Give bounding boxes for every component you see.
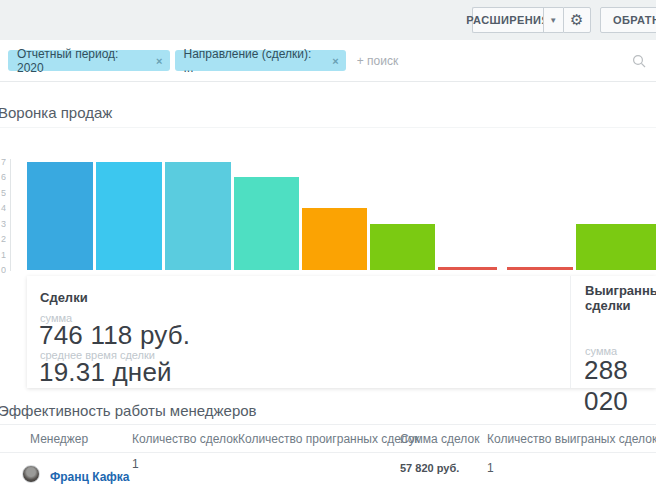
divider: [0, 127, 656, 128]
y-axis-tick: 6: [0, 172, 6, 182]
avatar[interactable]: [22, 465, 40, 483]
close-icon[interactable]: ×: [156, 55, 162, 67]
col-header-lost-count[interactable]: Количество проигранных сделок: [238, 432, 420, 446]
won-deals-card-title: Выигранные сделки: [585, 283, 656, 313]
filter-chip-direction[interactable]: Направление (сделки): ... ×: [175, 50, 346, 71]
funnel-bar[interactable]: [96, 162, 162, 270]
funnel-bar[interactable]: [576, 224, 656, 270]
search-input[interactable]: [357, 54, 656, 68]
y-axis-tick: 2: [0, 234, 6, 244]
close-icon[interactable]: ×: [332, 55, 338, 67]
deals-avg-time-value: 19.31 дней: [39, 357, 172, 388]
y-axis-tick: 4: [0, 203, 6, 213]
col-header-deals-sum[interactable]: Сумма сделок: [400, 432, 479, 446]
filter-chip-direction-label: Направление (сделки): ...: [184, 47, 325, 75]
funnel-bar[interactable]: [507, 267, 573, 270]
funnel-bar[interactable]: [302, 208, 367, 270]
funnel-stats-panel: Сделки сумма 746 118 руб. среднее время …: [27, 276, 656, 388]
y-axis-tick: 3: [0, 219, 6, 229]
managers-section-title: Эффективность работы менеджеров: [0, 402, 257, 419]
funnel-section-title: Воронка продаж: [0, 104, 112, 121]
top-toolbar: РАСШИРЕНИЯ ▼ ⚙ ОБРАТНАЯ С: [0, 0, 656, 40]
chevron-down-icon[interactable]: ▼: [543, 7, 563, 33]
funnel-bar[interactable]: [165, 162, 231, 270]
col-header-won-count[interactable]: Количество выиграных сделок: [487, 432, 656, 446]
y-axis-tick: 0: [0, 265, 6, 275]
filter-search-bar[interactable]: Отчетный период: 2020 × Направление (сде…: [0, 40, 656, 82]
extensions-button[interactable]: РАСШИРЕНИЯ: [472, 7, 543, 33]
filter-chip-period[interactable]: Отчетный период: 2020 ×: [8, 50, 170, 71]
funnel-bar[interactable]: [438, 267, 497, 270]
funnel-bar[interactable]: [370, 224, 435, 270]
deals-count-cell: 1: [132, 457, 139, 471]
divider: [0, 452, 656, 453]
y-axis-tick: 7: [0, 157, 6, 167]
divider: [570, 276, 571, 388]
deals-card-title: Сделки: [40, 290, 88, 305]
col-header-deals-count[interactable]: Количество сделок: [132, 432, 238, 446]
deals-sum-cell: 57 820 руб.: [400, 462, 459, 474]
divider: [0, 424, 656, 425]
extensions-button-group: РАСШИРЕНИЯ ▼ ⚙: [472, 7, 591, 33]
gear-icon[interactable]: ⚙: [563, 7, 591, 33]
won-count-cell: 1: [487, 461, 494, 475]
y-axis-line: [10, 159, 11, 271]
search-icon[interactable]: [632, 54, 646, 68]
won-deals-sum-value: 288 020: [584, 355, 656, 417]
crm-dashboard: РАСШИРЕНИЯ ▼ ⚙ ОБРАТНАЯ С Отчетный перио…: [0, 0, 656, 492]
manager-name-link[interactable]: Франц Кафка: [50, 470, 130, 484]
y-axis-tick: 5: [0, 188, 6, 198]
filter-chip-period-label: Отчетный период: 2020: [17, 47, 148, 75]
y-axis-tick: 1: [0, 250, 6, 260]
col-header-manager[interactable]: Менеджер: [30, 432, 88, 446]
funnel-bar[interactable]: [27, 162, 93, 270]
funnel-bar[interactable]: [234, 177, 299, 270]
feedback-button[interactable]: ОБРАТНАЯ С: [600, 7, 656, 33]
deals-sum-value: 746 118 руб.: [39, 320, 190, 351]
